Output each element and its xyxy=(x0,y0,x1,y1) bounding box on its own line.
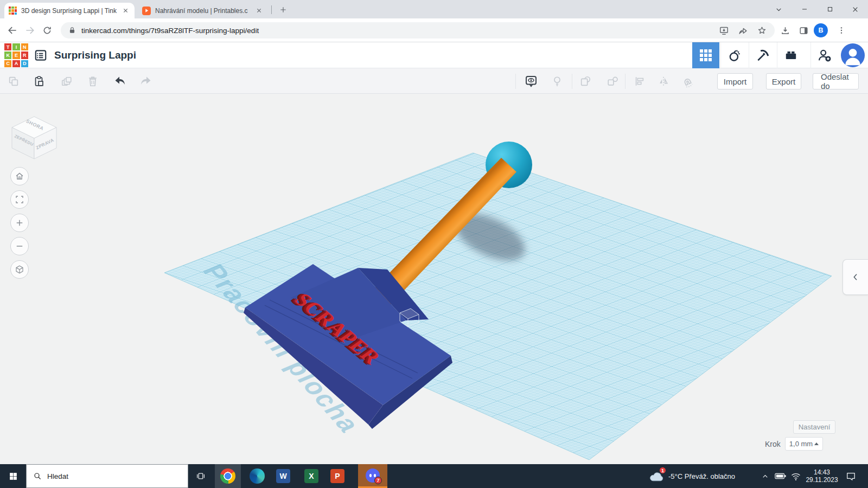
mirror-button[interactable] xyxy=(654,72,673,91)
tinkercad-favicon xyxy=(9,7,17,15)
duplicate-button[interactable] xyxy=(58,72,76,91)
account-avatar[interactable] xyxy=(841,43,865,67)
browser-menu-kebab-icon[interactable] xyxy=(833,22,850,38)
taskbar-word[interactable]: W xyxy=(271,464,295,488)
side-panel-icon[interactable] xyxy=(795,22,812,38)
edit-toolbar: Import Export Odeslat do xyxy=(0,68,868,94)
tab-printables[interactable]: Nahrávání modelu | Printables.c xyxy=(138,3,268,18)
word-icon: W xyxy=(276,469,290,483)
magnet-icon xyxy=(681,75,694,88)
taskbar-search[interactable]: Hledat xyxy=(26,464,188,488)
window-minimize-button[interactable] xyxy=(792,0,817,18)
tab-close-icon[interactable] xyxy=(121,6,130,15)
export-button[interactable]: Export xyxy=(766,73,801,89)
windows-taskbar: Hledat W X P 7 1 -5°C Převáž. obl xyxy=(0,464,868,488)
settings-button[interactable]: Nastavení xyxy=(793,420,835,434)
browser-toolbar: tinkercad.com/things/7t9saRZ8lTF-surpris… xyxy=(0,18,868,42)
window-close-button[interactable] xyxy=(843,0,868,18)
plus-icon xyxy=(15,218,24,228)
chevron-left-icon xyxy=(851,272,860,282)
tab-tinkercad[interactable]: 3D design Surprising Lappi | Tink xyxy=(4,3,135,18)
viewport-3d[interactable]: Pracovní plocha SHORA ZEPŘEDU ZPRAVA xyxy=(0,94,868,464)
forward-icon[interactable] xyxy=(22,22,38,38)
task-view-icon xyxy=(196,471,206,481)
task-view-button[interactable] xyxy=(189,464,213,488)
caret-up-icon xyxy=(814,442,819,445)
group-icon xyxy=(579,75,591,87)
powerpoint-icon: P xyxy=(330,469,344,483)
bricks-view-button[interactable] xyxy=(777,42,804,68)
tinkercad-header: T I N K E R C A D Surprising Lappi xyxy=(0,42,868,68)
view-cube[interactable]: SHORA ZEPŘEDU ZPRAVA xyxy=(9,109,60,160)
align-icon xyxy=(634,75,646,87)
clock-time: 14:43 xyxy=(814,468,830,476)
search-placeholder: Hledat xyxy=(47,472,68,480)
share-collaborate-button[interactable] xyxy=(810,42,838,68)
paste-button[interactable] xyxy=(30,72,48,91)
workspace-grid-button[interactable] xyxy=(692,42,719,68)
step-dropdown[interactable]: 1,0 mm xyxy=(785,437,823,451)
taskbar-messaging-app[interactable]: 7 xyxy=(358,464,387,488)
perspective-toggle-button[interactable] xyxy=(10,260,29,279)
zoom-in-button[interactable] xyxy=(10,214,29,232)
show-all-button[interactable] xyxy=(522,72,540,91)
send-to-button[interactable]: Odeslat do xyxy=(813,73,859,89)
minecraft-export-button[interactable] xyxy=(749,42,776,68)
wifi-status[interactable] xyxy=(788,464,804,488)
url-text: tinkercad.com/things/7t9saRZ8lTF-surpris… xyxy=(81,27,719,35)
window-maximize-button[interactable] xyxy=(817,0,843,18)
home-view-button[interactable] xyxy=(10,167,29,185)
delete-button[interactable] xyxy=(84,72,102,91)
tray-expand-button[interactable] xyxy=(757,464,773,488)
magnet-button[interactable] xyxy=(678,72,697,91)
import-button[interactable]: Import xyxy=(717,73,753,89)
zoom-out-button[interactable] xyxy=(10,237,29,255)
new-tab-button[interactable] xyxy=(277,4,289,16)
panel-expand-tab[interactable] xyxy=(843,259,868,295)
bookmark-star-icon[interactable] xyxy=(757,25,767,36)
tinkercad-logo[interactable]: T I N K E R C A D xyxy=(4,43,28,67)
clock-date: 29.11.2023 xyxy=(806,476,838,484)
share-icon[interactable] xyxy=(738,25,748,36)
step-value: 1,0 mm xyxy=(789,440,813,448)
taskbar-weather[interactable]: 1 xyxy=(644,464,668,488)
notification-badge: 7 xyxy=(374,477,382,484)
sim-lab-button[interactable] xyxy=(720,42,748,68)
browser-tab-strip: 3D design Surprising Lappi | Tink Nahráv… xyxy=(0,0,868,18)
align-button[interactable] xyxy=(630,72,649,91)
hidden-objects-button[interactable] xyxy=(548,72,566,91)
tab-close-icon[interactable] xyxy=(254,6,264,15)
cube-icon xyxy=(15,265,24,274)
taskbar-excel[interactable]: X xyxy=(299,464,323,488)
design-title[interactable]: Surprising Lappi xyxy=(54,42,136,68)
reload-icon[interactable] xyxy=(39,22,55,38)
wifi-icon xyxy=(790,472,801,481)
fit-view-button[interactable] xyxy=(10,190,29,209)
redo-button[interactable] xyxy=(137,72,155,91)
design-properties-icon[interactable] xyxy=(34,48,48,62)
start-button[interactable] xyxy=(0,464,26,488)
mirror-icon xyxy=(658,75,669,87)
tab-title: Nahrávání modelu | Printables.c xyxy=(155,7,250,15)
back-icon[interactable] xyxy=(4,22,21,38)
undo-button[interactable] xyxy=(111,72,129,91)
taskbar-powerpoint[interactable]: P xyxy=(326,464,349,488)
taskbar-weather-text[interactable]: -5°C Převáž. oblačno xyxy=(668,464,753,488)
taskbar-chrome[interactable] xyxy=(215,464,241,488)
downloads-icon[interactable] xyxy=(777,22,793,38)
action-center-button[interactable] xyxy=(840,464,861,488)
weather-alert-badge: 1 xyxy=(659,467,666,474)
taskbar-edge[interactable] xyxy=(245,464,269,488)
action-center-icon xyxy=(846,471,856,481)
install-app-icon[interactable] xyxy=(719,25,729,36)
tab-search-chevron-icon[interactable] xyxy=(766,0,792,18)
group-button[interactable] xyxy=(576,72,595,91)
ungroup-button[interactable] xyxy=(603,72,622,91)
messaging-app-icon: 7 xyxy=(366,468,380,483)
chevron-up-icon xyxy=(761,472,769,480)
address-bar[interactable]: tinkercad.com/things/7t9saRZ8lTF-surpris… xyxy=(61,22,775,38)
browser-profile-avatar[interactable]: B xyxy=(814,23,828,37)
taskbar-clock[interactable]: 14:43 29.11.2023 xyxy=(804,464,840,488)
battery-status[interactable] xyxy=(773,464,789,488)
copy-button[interactable] xyxy=(4,72,23,91)
